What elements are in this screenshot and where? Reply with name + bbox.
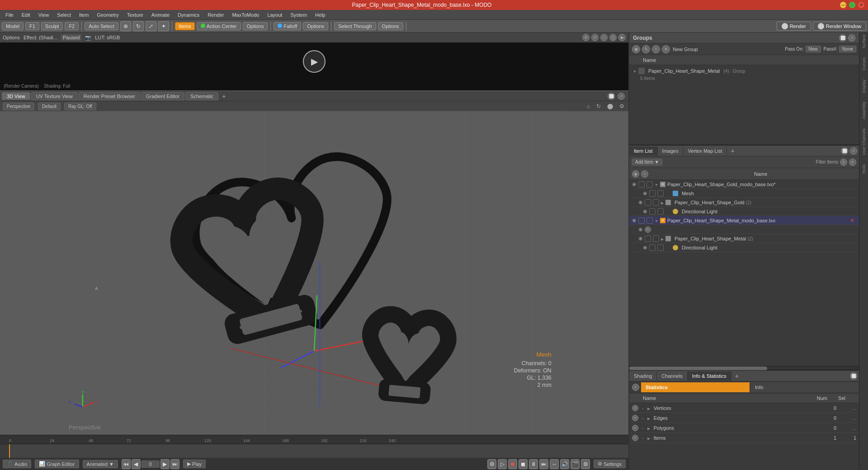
vis-toggle-metal-group[interactable]	[645, 235, 651, 242]
transport-btn5[interactable]: 🔊	[560, 459, 569, 469]
tab-vertex-map-list[interactable]: Vertex Map List	[684, 146, 727, 155]
expand-gold-group[interactable]	[661, 200, 664, 205]
menu-layout[interactable]: Layout	[264, 11, 286, 19]
close-button[interactable]: ✕	[858, 2, 864, 8]
transport-btn1[interactable]: ◼	[519, 459, 528, 469]
groups-edit-btn[interactable]: ✎	[642, 45, 650, 53]
vis-toggle-gold-group[interactable]	[645, 199, 651, 206]
f2-button[interactable]: F2	[65, 22, 79, 30]
stat-add-vertices[interactable]: +	[632, 405, 638, 411]
render-window-button[interactable]: Render Window	[813, 22, 866, 31]
options2-button[interactable]: Options	[303, 22, 328, 30]
ray-gl-btn[interactable]: Ray GL: Off	[64, 103, 96, 110]
tab-info-statistics[interactable]: Info & Statistics	[688, 371, 731, 381]
transport-btn4[interactable]: ↔	[550, 459, 559, 469]
viewport-zoom-btn[interactable]: ⬤	[606, 103, 614, 109]
rotate-tool[interactable]: ↻	[133, 21, 144, 31]
menu-render[interactable]: Render	[204, 11, 227, 19]
play-button[interactable]: ▶ Play	[183, 460, 206, 468]
item-view-btn[interactable]: ◉	[632, 170, 639, 178]
items-button[interactable]: Items	[175, 22, 195, 30]
item-add-btn[interactable]: +	[641, 170, 648, 178]
transform-tool[interactable]: ✦	[158, 21, 169, 31]
scene-content[interactable]: Perspective X Y Z Mesh Channels: 0 Defor…	[0, 111, 628, 435]
add-viewport-tab[interactable]: +	[219, 92, 228, 101]
action-center-button[interactable]: Action Center	[197, 22, 241, 30]
go-to-start-button[interactable]: ⏮	[122, 459, 131, 469]
groups-expand-btn[interactable]: ⬜	[839, 34, 846, 42]
eye-icon-mesh[interactable]	[643, 190, 647, 196]
metal-add-icon[interactable]: +	[645, 226, 651, 233]
play-button[interactable]: ▶	[303, 50, 326, 73]
translate-tool[interactable]: ⊕	[120, 21, 131, 31]
stats-add-btn[interactable]: +	[632, 384, 639, 391]
groups-view-btn[interactable]: ◉	[632, 45, 640, 53]
tab-item-list[interactable]: Item List	[629, 146, 658, 155]
groups-float-btn[interactable]: ↗	[848, 34, 855, 42]
preview-sync-btn[interactable]: ⬡	[600, 34, 608, 41]
vis-toggle-metal-file[interactable]	[638, 217, 645, 224]
label-assembly[interactable]: Assembly	[862, 102, 866, 119]
item-list-content[interactable]: G Paper_Clip_Heart_Shape_Gold_modo_base.…	[629, 180, 859, 366]
timeline-track[interactable]	[0, 444, 628, 458]
tab-images[interactable]: Images	[658, 146, 684, 155]
add-item-dropdown[interactable]: Add Item ▼	[632, 159, 662, 165]
expand-vertices[interactable]	[647, 405, 650, 411]
graph-editor-button[interactable]: 📊 Graph Editor	[35, 460, 79, 468]
options3-button[interactable]: Options	[378, 22, 403, 30]
prev-frame-button[interactable]: ◀	[132, 459, 141, 469]
transport-btn6[interactable]: 🎬	[571, 459, 580, 469]
viewport-3d[interactable]: Perspective Default Ray GL: Off ⌂ ↻ ⬤ ⚙	[0, 101, 628, 435]
frame-input[interactable]: 0	[142, 461, 160, 468]
vis-toggle-gold[interactable]	[638, 181, 645, 188]
lock-toggle-gold[interactable]	[646, 181, 653, 188]
label-curves[interactable]: Curves	[862, 57, 866, 70]
expand-gold[interactable]	[655, 182, 658, 187]
settings-button[interactable]: ⚙ Settings	[594, 460, 626, 468]
view-default-btn[interactable]: Default	[38, 103, 61, 110]
add-panel-tab[interactable]: +	[727, 146, 738, 156]
falloff-button[interactable]: Falloff	[274, 22, 301, 30]
stat-row-polygons[interactable]: + - Polygons 0 ...	[629, 423, 859, 433]
expand-edges[interactable]	[647, 415, 650, 421]
item-list-scrollbar[interactable]	[629, 366, 859, 370]
groups-del-btn[interactable]: ✕	[662, 45, 670, 53]
item-row-gold-file[interactable]: G Paper_Clip_Heart_Shape_Gold_modo_base.…	[629, 180, 859, 189]
menu-help[interactable]: Help	[311, 11, 329, 19]
stats-expand-btn[interactable]: ⬜	[850, 372, 857, 380]
item-row-dir-light-gold[interactable]: Directional Light	[629, 207, 859, 216]
preview-expand-btn[interactable]: ◫	[609, 34, 617, 41]
groups-content[interactable]: Paper_Clip_Heart_Shape_Metal (4) : Group…	[629, 65, 859, 145]
lock-toggle-metal-file[interactable]	[646, 217, 653, 224]
menu-view[interactable]: View	[35, 11, 53, 19]
tab-3d-view[interactable]: 3D View	[2, 92, 30, 100]
eye-icon-dir-light-metal[interactable]	[643, 244, 647, 250]
menu-maxtomodo[interactable]: MaxToModo	[228, 11, 263, 19]
select-through-button[interactable]: Select Through	[334, 22, 376, 30]
expand-polygons[interactable]	[647, 425, 650, 431]
menu-texture[interactable]: Texture	[123, 11, 147, 19]
item-row-gold-group[interactable]: Paper_Clip_Heart_Shape_Gold (2)	[629, 198, 859, 207]
delete-metal-file-btn[interactable]: ✕	[848, 217, 856, 224]
transport-btn7[interactable]: ⚙	[581, 459, 590, 469]
stat-row-items[interactable]: + - Items 1 1	[629, 433, 859, 443]
preview-settings-btn[interactable]: ⚙	[582, 34, 590, 41]
filter-fn-btn[interactable]: F	[849, 159, 856, 166]
lock-toggle-dir-light-gold[interactable]	[657, 208, 664, 215]
auto-select-button[interactable]: Auto Select	[85, 22, 118, 30]
label-display[interactable]: Display	[862, 80, 866, 93]
item-list-expand-btn[interactable]: ⬜	[841, 147, 848, 155]
expand-metal-group[interactable]	[661, 236, 664, 241]
go-to-end-button[interactable]: ⏭	[170, 459, 179, 469]
label-tools[interactable]: Tools	[862, 164, 866, 174]
item-row-metal-group[interactable]: Paper_Clip_Heart_Shape_Metal (2)	[629, 234, 859, 243]
label-user-channels[interactable]: User Channels	[862, 128, 866, 155]
viewport-float-btn[interactable]: ↗	[618, 93, 625, 100]
animated-button[interactable]: Animated ▼	[83, 460, 118, 468]
eye-icon-gold-group[interactable]	[638, 199, 643, 205]
vis-toggle-mesh[interactable]	[649, 190, 656, 197]
viewport-expand-btn[interactable]: ⬜	[608, 93, 615, 100]
menu-edit[interactable]: Edit	[18, 11, 34, 19]
stat-add-items[interactable]: +	[632, 435, 638, 441]
audio-button[interactable]: 🎵 Audio	[3, 460, 31, 468]
